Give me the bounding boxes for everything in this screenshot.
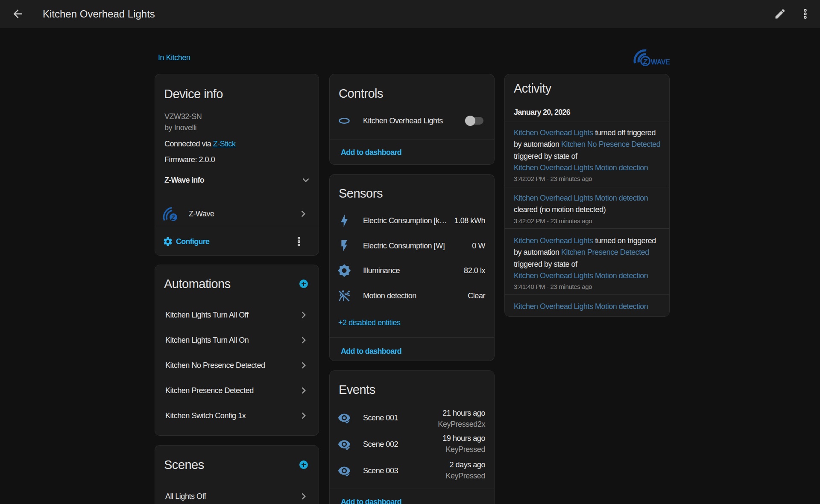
svg-text:Z: Z: [643, 58, 648, 66]
svg-text:Z: Z: [171, 214, 176, 221]
svg-text:WAVE: WAVE: [651, 58, 670, 66]
